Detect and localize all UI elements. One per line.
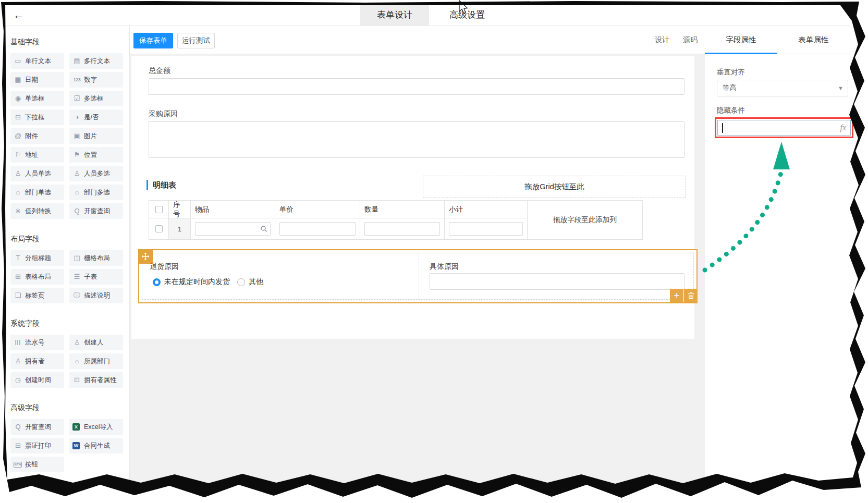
sidebar-item-label: 位置 (84, 151, 97, 160)
grid-button-dropzone[interactable]: 拖放Grid按钮至此 (423, 176, 686, 198)
image-icon: ▣ (72, 132, 81, 140)
row-cell (445, 218, 528, 239)
sidebar-item-tab-page[interactable]: ❏标签页 (10, 288, 64, 303)
save-form-button[interactable]: 保存表单 (133, 33, 173, 48)
radio-selected-icon[interactable] (153, 278, 161, 286)
tab-form-properties[interactable]: 表单属性 (777, 26, 850, 54)
specific-reason-input[interactable] (430, 273, 684, 290)
sidebar-item-grid-layout[interactable]: ◫栅格布局 (69, 250, 123, 266)
sidebar-item-value-transform[interactable]: ※值列转换 (10, 203, 64, 219)
address-icon: ⚐ (14, 151, 22, 158)
purchase-reason-textarea[interactable] (149, 121, 684, 158)
sidebar-item-label: Excel导入 (84, 423, 113, 432)
sidebar-item-label: 下拉框 (25, 113, 45, 122)
yes-no-icon: ◑ (72, 114, 81, 121)
vertical-align-select[interactable]: 等高 ▼ (717, 80, 848, 96)
chevron-down-icon: ▼ (838, 80, 843, 96)
sidebar-item-description[interactable]: ⓘ描述说明 (69, 288, 123, 303)
sidebar-item-label: 人员多选 (84, 169, 110, 178)
radio-unselected-icon[interactable] (237, 278, 245, 286)
return-reason-option-1[interactable]: 未在规定时间内发货 (153, 277, 230, 287)
sidebar-item-label: 流水号 (25, 338, 45, 347)
sidebar-item-location[interactable]: ⚑位置 (69, 147, 123, 163)
design-canvas: 保存表单 运行测试 设计 源码 总金额 采购原因 明细表 拖放Grid按钮至此 … (130, 26, 705, 485)
sidebar-item-sub-table[interactable]: ☰子表 (69, 269, 123, 285)
sidebar-item-contract-gen[interactable]: W合同生成 (69, 438, 123, 453)
sidebar-item-label: 日期 (25, 76, 38, 84)
add-cell-button[interactable]: + (670, 289, 683, 302)
return-reason-label: 退货原因 (150, 262, 179, 271)
sidebar-item-excel-import[interactable]: XExcel导入 (69, 419, 123, 435)
sidebar-item-yes-no[interactable]: ◑是/否 (69, 109, 123, 125)
move-icon (141, 252, 150, 261)
sidebar-item-dropdown[interactable]: ⊟下拉框 (10, 109, 64, 125)
column-header-1: 序号 (169, 201, 191, 218)
selected-grid-section[interactable]: 退货原因 未在规定时间内发货 其他 具体原因 + (138, 249, 698, 303)
total-amount-input[interactable] (149, 78, 684, 95)
sidebar-item-date[interactable]: ▦日期 (10, 72, 64, 88)
group-title-icon: T (14, 254, 22, 262)
search-icon (260, 225, 267, 232)
table-layout-icon: ⊞ (14, 273, 22, 280)
grid-column-divider (419, 253, 419, 299)
sidebar-item-label: 创建人 (84, 338, 104, 347)
delete-section-button[interactable] (684, 289, 698, 302)
back-button[interactable]: ← (10, 7, 27, 23)
column-header-3: 单价 (275, 201, 360, 218)
create-time-icon: ◷ (14, 376, 22, 384)
sidebar-item-ticket-print[interactable]: ⊟票证打印 (10, 438, 64, 453)
tab-form-design[interactable]: 表单设计 (360, 4, 429, 26)
sub-table-icon: ☰ (72, 273, 81, 280)
sidebar-item-address[interactable]: ⚐地址 (10, 147, 64, 163)
sidebar-item-popup-query[interactable]: Q开窗查询 (69, 203, 123, 219)
sidebar-item-person-multi[interactable]: ♙人员多选 (69, 166, 123, 181)
sidebar-item-creator[interactable]: ♙创建人 (69, 335, 123, 350)
sidebar-item-image[interactable]: ▣图片 (69, 128, 123, 144)
sidebar-item-dept-multi[interactable]: ⌂部门多选 (69, 185, 123, 200)
sidebar-item-group-title[interactable]: T分组标题 (10, 250, 64, 266)
text-cursor (722, 123, 723, 133)
tab-field-properties[interactable]: 字段属性 (705, 26, 777, 54)
qty-input[interactable] (364, 222, 440, 236)
subtotal-input[interactable] (449, 222, 523, 236)
sidebar-item-create-time[interactable]: ◷创建时间 (10, 372, 64, 388)
sidebar-item-single-line-text[interactable]: ▭单行文本 (10, 53, 64, 69)
section-title: 布局字段 (10, 235, 123, 243)
sidebar-item-serial-number[interactable]: |||流水号 (10, 335, 64, 350)
sidebar-item-owner-attr[interactable]: ⊡拥有者属性 (69, 372, 123, 388)
section-title: 高级字段 (10, 403, 123, 412)
hide-condition-input[interactable]: fx (717, 120, 851, 136)
item-search-input[interactable] (195, 222, 271, 236)
sidebar-item-button[interactable]: BTN按钮 (10, 457, 64, 472)
sidebar-item-checkbox[interactable]: ☑多选框 (69, 91, 123, 106)
sidebar-item-label: 所属部门 (84, 357, 110, 366)
sidebar-item-multi-line-text[interactable]: ▤多行文本 (69, 53, 123, 69)
value-transform-icon: ※ (14, 207, 22, 215)
sidebar-item-dept-single[interactable]: ⌂部门单选 (10, 185, 64, 200)
sidebar-item-radio[interactable]: ◉单选框 (10, 91, 64, 106)
add-column-dropzone[interactable]: 拖放字段至此添加列 (528, 201, 642, 239)
price-input[interactable] (279, 222, 356, 236)
sidebar-item-number[interactable]: 123数字 (69, 72, 123, 88)
row-checkbox[interactable] (155, 225, 163, 232)
sidebar-item-department[interactable]: ⌂所属部门 (69, 353, 123, 369)
sidebar-item-label: 开窗查询 (25, 423, 51, 432)
sidebar-item-label: 栅格布局 (84, 254, 110, 263)
radio-icon: ◉ (14, 95, 22, 102)
fx-formula-icon[interactable]: fx (840, 123, 846, 132)
detail-table-columns: 序号物品单价数量小计1 (149, 201, 528, 239)
return-reason-option-2[interactable]: 其他 (237, 277, 263, 287)
source-view-link[interactable]: 源码 (683, 35, 698, 45)
sidebar-item-person-single[interactable]: ♙人员单选 (10, 166, 64, 181)
vertical-align-value: 等高 (723, 84, 737, 92)
sidebar-item-attachment[interactable]: @附件 (10, 128, 64, 144)
run-test-button[interactable]: 运行测试 (177, 33, 215, 48)
sidebar-item-popup-query-adv[interactable]: Q开窗查询 (10, 419, 64, 435)
sidebar-item-owner[interactable]: ♙拥有者 (10, 353, 64, 369)
sidebar-item-table-layout[interactable]: ⊞表格布局 (10, 269, 64, 285)
sidebar-item-label: 附件 (25, 132, 38, 141)
select-all-checkbox[interactable] (155, 206, 163, 213)
tab-advanced-settings[interactable]: 高级设置 (438, 4, 496, 26)
sidebar-item-label: 是/否 (84, 113, 99, 122)
design-view-link[interactable]: 设计 (655, 35, 669, 45)
